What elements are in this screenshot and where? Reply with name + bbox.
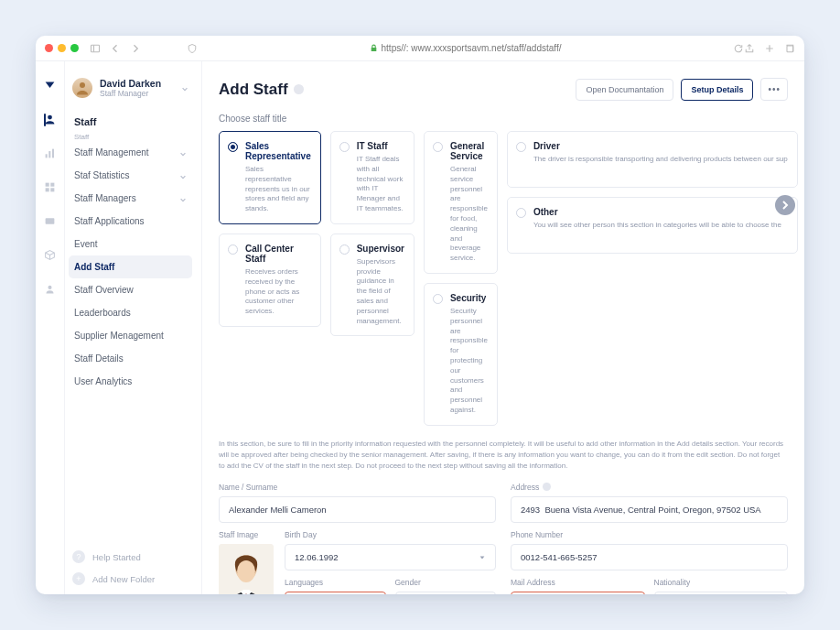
rail-staff-icon[interactable] bbox=[44, 114, 56, 125]
main-content: Add Staff Open Documantation Setup Detai… bbox=[202, 61, 804, 594]
sidebar-item[interactable]: Staff Overview bbox=[69, 278, 192, 301]
field-name: Name / Surname bbox=[219, 483, 496, 523]
choose-staff-title: Choose staff title bbox=[219, 114, 788, 124]
staff-title-card[interactable]: DriverThe driver is responsible transpor… bbox=[507, 131, 798, 188]
chevron-down-icon bbox=[179, 195, 187, 202]
radio-icon bbox=[228, 142, 238, 152]
shield-icon[interactable] bbox=[187, 43, 198, 54]
radio-icon bbox=[339, 244, 350, 255]
staff-title-card[interactable]: OtherYou will see other person this sect… bbox=[507, 197, 798, 254]
radio-icon bbox=[228, 244, 238, 255]
open-documentation-button[interactable]: Open Documantation bbox=[576, 79, 673, 101]
nationality-select[interactable]: England bbox=[654, 592, 789, 594]
app-window: https//: www.xxxsportsavm.net/staff/adds… bbox=[36, 36, 804, 594]
user-card[interactable]: David Darken Staff Manager bbox=[69, 78, 192, 109]
chevron-down-icon bbox=[179, 149, 187, 157]
chevron-down-icon bbox=[179, 172, 187, 179]
sidebar-section: Staff bbox=[69, 109, 192, 133]
svg-rect-7 bbox=[46, 183, 49, 187]
rail-box-icon[interactable] bbox=[44, 249, 56, 261]
page-title: Add Staff bbox=[219, 81, 304, 99]
info-paragraph: In this section, be sure to fill in the … bbox=[219, 439, 788, 472]
rail-stats-icon[interactable] bbox=[44, 147, 56, 159]
info-icon[interactable] bbox=[543, 483, 551, 491]
reload-icon[interactable] bbox=[733, 43, 744, 54]
svg-rect-5 bbox=[48, 151, 50, 158]
svg-rect-2 bbox=[787, 46, 793, 52]
svg-point-16 bbox=[237, 560, 255, 582]
radio-icon bbox=[339, 142, 350, 152]
radio-icon bbox=[433, 142, 443, 152]
svg-point-13 bbox=[80, 82, 85, 88]
staff-title-card[interactable]: SecuritySecurity personnel are responsib… bbox=[424, 283, 498, 426]
staff-image[interactable] bbox=[219, 544, 274, 594]
svg-rect-6 bbox=[52, 149, 54, 158]
setup-details-button[interactable]: Setup Details bbox=[681, 79, 753, 101]
birthday-select[interactable]: 12.06.1992 bbox=[285, 544, 496, 570]
tabs-icon[interactable] bbox=[784, 43, 795, 54]
name-input[interactable] bbox=[219, 496, 496, 523]
more-button[interactable]: ••• bbox=[760, 78, 788, 101]
rail-card-icon[interactable] bbox=[44, 215, 56, 227]
sidebar-item[interactable]: User Analytics bbox=[69, 370, 192, 393]
staff-title-card[interactable]: SupervisorSupervisors provide guidance i… bbox=[330, 234, 415, 337]
staff-title-card[interactable]: IT StaffIT Staff deals with all technica… bbox=[330, 131, 415, 224]
sidebar-item[interactable]: Staff Managers bbox=[69, 187, 192, 210]
sidebar-toggle-icon[interactable] bbox=[90, 43, 101, 54]
field-mail: Mail Address bbox=[511, 578, 645, 594]
back-icon[interactable] bbox=[110, 43, 121, 54]
avatar bbox=[72, 78, 92, 98]
svg-point-3 bbox=[48, 115, 52, 120]
field-languages: Languages Choose language bbox=[285, 578, 386, 594]
field-gender: Gender Male bbox=[395, 578, 497, 594]
scroll-next-button[interactable] bbox=[775, 195, 795, 215]
rail-grid-icon[interactable] bbox=[44, 181, 56, 193]
plus-icon[interactable] bbox=[764, 43, 775, 54]
radio-icon bbox=[516, 208, 526, 218]
svg-rect-0 bbox=[92, 45, 100, 52]
url-bar[interactable]: https//: www.xxxsportsavm.net/staff/adds… bbox=[198, 43, 733, 53]
share-icon[interactable] bbox=[744, 43, 755, 54]
rail-user-icon[interactable] bbox=[44, 283, 56, 295]
browser-chrome: https//: www.xxxsportsavm.net/staff/adds… bbox=[36, 36, 804, 61]
info-icon[interactable] bbox=[294, 84, 304, 94]
languages-select[interactable]: Choose language bbox=[285, 592, 386, 594]
staff-title-card[interactable]: Call Center StaffReceives orders receive… bbox=[219, 234, 321, 327]
staff-title-card[interactable]: General ServiceGeneral service personnel… bbox=[424, 131, 498, 274]
sidebar-item[interactable]: Supplier Menagement bbox=[69, 324, 192, 347]
field-nationality: Nationality England bbox=[654, 578, 789, 594]
chevron-down-icon[interactable] bbox=[181, 84, 188, 92]
field-phone: Phone Number bbox=[511, 530, 788, 570]
radio-icon bbox=[516, 142, 526, 152]
sidebar-item[interactable]: Event bbox=[69, 233, 192, 255]
gender-select[interactable]: Male bbox=[395, 592, 497, 594]
add-new-folder[interactable]: +Add New Folder bbox=[72, 572, 188, 585]
svg-rect-10 bbox=[50, 188, 54, 191]
sidebar-nav: Staff ManagementStaf StatisticsStaff Man… bbox=[69, 141, 192, 393]
sidebar-item[interactable]: Staff Details bbox=[69, 347, 192, 370]
user-name: David Darken bbox=[100, 78, 161, 89]
sidebar-item[interactable]: Staff Applications bbox=[69, 210, 192, 233]
mail-input[interactable] bbox=[511, 592, 645, 594]
phone-input[interactable] bbox=[511, 544, 788, 570]
traffic-close-icon[interactable] bbox=[45, 44, 53, 52]
sidebar-item[interactable]: Leaderboards bbox=[69, 301, 192, 324]
svg-point-12 bbox=[48, 286, 51, 289]
staff-title-card[interactable]: Sales RepresentativeSales representative… bbox=[219, 131, 321, 224]
user-role: Staff Manager bbox=[100, 89, 161, 98]
sidebar-item[interactable]: Add Staff bbox=[69, 255, 192, 278]
traffic-max-icon[interactable] bbox=[70, 44, 79, 52]
field-birthday: Birth Day 12.06.1992 bbox=[285, 530, 496, 570]
logo-icon[interactable] bbox=[44, 80, 56, 92]
svg-rect-4 bbox=[46, 154, 48, 158]
sidebar-item[interactable]: Staf Statistics bbox=[69, 164, 192, 187]
field-address: Address bbox=[511, 483, 788, 523]
svg-rect-8 bbox=[50, 183, 54, 187]
sidebar-item[interactable]: Staff Management bbox=[69, 141, 192, 164]
help-started[interactable]: ?Help Started bbox=[72, 550, 188, 563]
address-input[interactable] bbox=[511, 496, 788, 523]
traffic-min-icon[interactable] bbox=[58, 44, 66, 52]
svg-rect-9 bbox=[46, 188, 49, 191]
radio-icon bbox=[433, 294, 443, 304]
forward-icon[interactable] bbox=[130, 43, 141, 54]
